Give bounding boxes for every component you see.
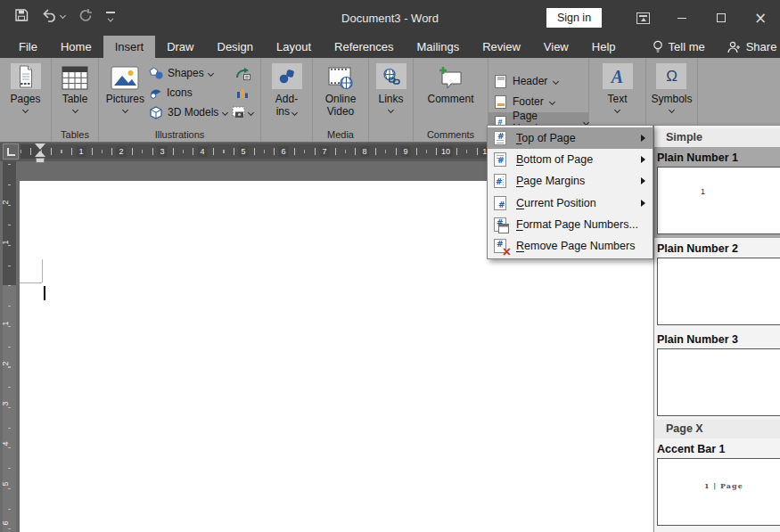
hanging-indent-marker[interactable] — [35, 151, 45, 157]
ribbon-tab[interactable]: View — [532, 36, 580, 58]
menu-item[interactable]: Page Margins — [488, 170, 653, 192]
ruler-number: 3 — [1, 401, 10, 405]
screenshot-icon — [232, 106, 247, 119]
page-preview: 1 — [657, 167, 780, 234]
ruler-number: 6 — [1, 520, 10, 525]
share-button[interactable]: Share — [716, 36, 780, 58]
menu-item[interactable]: Current Position — [488, 192, 653, 214]
shapes-button[interactable]: Shapes — [146, 63, 230, 83]
ruler-number: 5 — [238, 146, 248, 157]
gallery-item[interactable]: Plain Number 3 — [654, 329, 780, 420]
3d-models-button[interactable]: 3D Models — [146, 102, 230, 122]
page-number-gallery: Simple Plain Number 1 1 Plain Number 2 P… — [653, 125, 780, 532]
format-page-numbers-icon — [494, 217, 506, 232]
chevron-down-icon — [614, 107, 620, 113]
page-preview — [657, 258, 780, 325]
ruler-number: 6 — [278, 146, 288, 157]
icons-button[interactable]: Icons — [146, 83, 230, 102]
chevron-down-icon — [291, 110, 298, 116]
chevron-down-icon — [222, 109, 228, 115]
menu-item[interactable]: Bottom of Page — [488, 149, 653, 170]
chevron-down-icon — [71, 107, 78, 113]
table-icon — [62, 66, 88, 90]
ribbon-tab[interactable]: Layout — [265, 36, 323, 58]
tables-group-label: Tables — [52, 129, 98, 140]
chevron-down-icon — [549, 98, 555, 104]
remove-page-numbers-icon — [494, 239, 506, 253]
pictures-icon — [111, 66, 139, 90]
close-icon: × — [754, 11, 767, 26]
maximize-button[interactable] — [702, 0, 741, 36]
ribbon-tab[interactable]: File — [7, 36, 49, 58]
ruler-number: 4 — [197, 146, 207, 157]
header-icon — [495, 75, 506, 88]
ribbon-tab[interactable]: Mailings — [406, 36, 472, 58]
add-ins-icon — [278, 69, 295, 85]
first-line-indent-marker[interactable] — [35, 143, 45, 150]
omega-icon: Ω — [666, 69, 677, 85]
page-margins-icon — [494, 174, 506, 188]
menu-item[interactable]: Top of Page — [488, 127, 653, 149]
lightbulb-icon — [653, 40, 663, 53]
ruler-number: 2 — [1, 200, 10, 204]
chart-button[interactable] — [232, 83, 253, 102]
ribbon-tab[interactable]: Help — [580, 36, 628, 58]
gallery-item[interactable]: Plain Number 1 1 — [654, 147, 780, 238]
ruler-number: 9 — [400, 146, 410, 157]
icons-icon — [149, 86, 162, 99]
ribbon-tab[interactable]: References — [323, 36, 405, 58]
add-ins-group: Add- ins — [261, 58, 313, 142]
maximize-icon — [717, 13, 726, 22]
ruler-number: 1 — [1, 240, 10, 244]
chevron-down-icon — [122, 107, 128, 113]
illustrations-group: Pictures Shapes Icons 3D Mod — [99, 58, 261, 142]
chevron-down-icon — [248, 109, 254, 115]
page-number-bottom-icon — [494, 152, 506, 167]
smartart-button[interactable] — [232, 63, 253, 83]
gallery-item[interactable]: Accent Bar 1 1 | Page — [654, 438, 780, 529]
text-icon: A — [612, 68, 623, 86]
shapes-icon — [149, 67, 163, 79]
ruler-number: 5 — [1, 481, 10, 486]
menu-item[interactable]: Remove Page Numbers — [488, 235, 653, 257]
tell-me-button[interactable]: Tell me — [642, 36, 716, 58]
comments-group-label: Comments — [414, 129, 488, 140]
ribbon-tab[interactable]: Draw — [155, 36, 205, 58]
left-indent-marker[interactable] — [36, 158, 45, 163]
ruler-number: 8 — [359, 146, 369, 157]
chevron-down-icon — [208, 70, 214, 76]
gallery-item-label: Plain Number 1 — [654, 149, 780, 167]
tables-group: Table Tables — [52, 58, 99, 142]
pages-button[interactable]: Pages — [10, 58, 40, 142]
ribbon-tab[interactable]: Design — [206, 36, 265, 58]
3d-models-icon — [149, 106, 163, 119]
submenu-arrow-icon — [641, 200, 645, 207]
current-position-icon — [494, 196, 506, 210]
links-icon — [382, 68, 401, 85]
submenu-arrow-icon — [641, 156, 645, 163]
illustrations-group-label: Illustrations — [99, 129, 260, 140]
sign-in-button[interactable]: Sign in — [546, 8, 602, 28]
screenshot-button[interactable] — [232, 102, 253, 122]
ribbon-display-options-button[interactable] — [623, 0, 662, 36]
pictures-button[interactable]: Pictures — [106, 63, 144, 112]
pages-icon — [17, 65, 35, 88]
links-group: Links — [369, 58, 414, 142]
gallery-item-label: Plain Number 2 — [654, 240, 780, 258]
add-ins-button[interactable]: Add- ins — [272, 58, 302, 142]
tab-selector-button[interactable] — [3, 143, 19, 160]
vertical-ruler — [3, 161, 16, 532]
minimize-button[interactable] — [662, 0, 702, 36]
ribbon-tab[interactable]: Review — [471, 36, 532, 58]
submenu-arrow-icon — [641, 135, 645, 142]
ribbon-tab[interactable]: Insert — [103, 36, 156, 58]
footer-icon — [495, 95, 506, 109]
menu-item[interactable]: Format Page Numbers... — [488, 214, 653, 235]
close-button[interactable]: × — [741, 0, 780, 36]
online-video-icon — [327, 66, 354, 90]
header-button[interactable]: Header — [489, 71, 588, 92]
ribbon-tab[interactable]: Home — [49, 36, 103, 58]
links-button[interactable]: Links — [376, 58, 406, 142]
gallery-item[interactable]: Plain Number 2 — [654, 238, 780, 329]
submenu-arrow-icon — [641, 177, 645, 184]
